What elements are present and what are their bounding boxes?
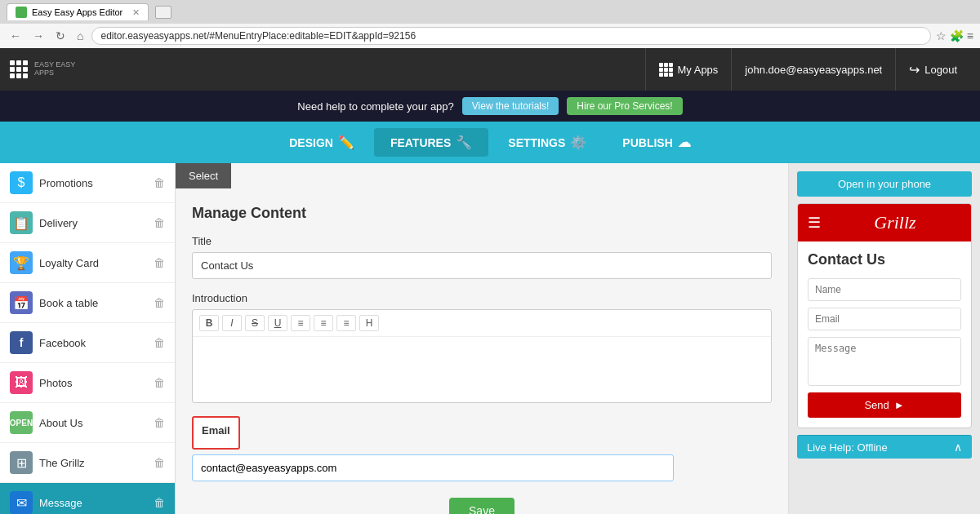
manage-content-title: Manage Content xyxy=(192,205,772,222)
sidebar-label-loyalty: Loyalty Card xyxy=(39,257,147,269)
sidebar-item-delivery[interactable]: 📋 Delivery 🗑 xyxy=(0,203,175,243)
browser-addressbar: ← → ↻ ⌂ editor.easyeasyapps.net/#MenuEnt… xyxy=(0,24,980,48)
intro-group: Introduction B I S U ≡ ≡ ≡ H xyxy=(192,292,772,403)
browser-titlebar: Easy Easy Apps Editor ✕ xyxy=(0,0,980,24)
forward-btn[interactable]: → xyxy=(29,28,47,44)
delete-grillz-icon[interactable]: 🗑 xyxy=(154,456,165,469)
address-input[interactable]: editor.easyeasyapps.net/#MenuEntryPlace:… xyxy=(91,27,930,45)
bookmark-icon[interactable]: ☆ xyxy=(936,29,947,42)
features-icon xyxy=(456,135,472,150)
logout-icon: ↪ xyxy=(909,62,920,78)
delete-book-icon[interactable]: 🗑 xyxy=(154,296,165,309)
logout-label: Logout xyxy=(924,64,957,76)
rich-editor: B I S U ≡ ≡ ≡ H xyxy=(192,309,772,403)
title-group: Title xyxy=(192,235,772,279)
sidebar-item-loyalty[interactable]: 🏆 Loyalty Card 🗑 xyxy=(0,243,175,283)
intro-label: Introduction xyxy=(192,292,772,304)
live-help-bar[interactable]: Live Help: Offline ∧ xyxy=(797,435,972,459)
heading-btn[interactable]: H xyxy=(359,315,379,331)
features-label: FEATURES xyxy=(390,136,451,149)
strikethrough-btn[interactable]: S xyxy=(245,315,265,331)
tab-favicon xyxy=(16,7,27,18)
delete-photos-icon[interactable]: 🗑 xyxy=(154,376,165,389)
phone-menu-icon[interactable]: ☰ xyxy=(808,214,821,232)
new-tab-btn[interactable] xyxy=(155,6,172,19)
gear-icon xyxy=(570,135,586,150)
email-group: Email xyxy=(192,416,772,481)
sidebar-item-thegrillz[interactable]: ⊞ The Grillz 🗑 xyxy=(0,443,175,483)
grillz-icon: ⊞ xyxy=(10,451,33,474)
editor-toolbar: B I S U ≡ ≡ ≡ H xyxy=(193,310,771,337)
phone-message-input[interactable] xyxy=(808,337,961,386)
calendar-icon: 📅 xyxy=(10,291,33,314)
logout-nav[interactable]: ↪ Logout xyxy=(895,48,970,91)
sidebar-label-aboutus: About Us xyxy=(39,417,147,429)
phone-name-input[interactable] xyxy=(808,278,961,301)
browser-actions: ☆ 🧩 ≡ xyxy=(936,29,973,42)
tab-publish[interactable]: PUBLISH xyxy=(606,128,706,157)
logo-line2: APPS xyxy=(34,69,75,78)
design-label: DESIGN xyxy=(289,136,333,149)
menu-icon[interactable]: ≡ xyxy=(967,29,973,42)
ul-btn[interactable]: ≡ xyxy=(291,315,310,331)
promotions-icon: $ xyxy=(10,171,33,194)
banner-text: Need help to complete your app? xyxy=(297,100,454,113)
tutorials-button[interactable]: View the tutorials! xyxy=(462,97,559,115)
sidebar-item-facebook[interactable]: f Facebook 🗑 xyxy=(0,323,175,363)
delete-loyalty-icon[interactable]: 🗑 xyxy=(154,256,165,269)
phone-preview: Open in your phone ☰ Grillz Contact Us S… xyxy=(788,163,980,514)
user-email-nav[interactable]: john.doe@easyeasyapps.net xyxy=(731,48,895,91)
phone-contact-title: Contact Us xyxy=(808,251,961,268)
extensions-icon[interactable]: 🧩 xyxy=(950,29,964,42)
phone-email-input[interactable] xyxy=(808,308,961,330)
sidebar-item-book-table[interactable]: 📅 Book a table 🗑 xyxy=(0,283,175,323)
editor-content[interactable] xyxy=(193,337,771,402)
delete-delivery-icon[interactable]: 🗑 xyxy=(154,216,165,229)
browser-tab[interactable]: Easy Easy Apps Editor ✕ xyxy=(7,3,149,20)
tab-settings[interactable]: SETTINGS xyxy=(492,128,603,157)
delete-message-icon[interactable]: 🗑 xyxy=(154,496,165,509)
home-btn[interactable]: ⌂ xyxy=(74,28,87,44)
sidebar-item-photos[interactable]: 🖼 Photos 🗑 xyxy=(0,363,175,403)
logo-area: EASY EASY APPS xyxy=(10,60,645,78)
content-area: Select Manage Content Title Introduction… xyxy=(176,163,788,514)
email-label: Email xyxy=(202,424,230,436)
phone-send-button[interactable]: Send ► xyxy=(808,392,961,418)
bold-btn[interactable]: B xyxy=(199,315,219,331)
pro-services-button[interactable]: Hire our Pro Services! xyxy=(567,97,682,115)
sidebar-item-aboutus[interactable]: OPEN About Us 🗑 xyxy=(0,403,175,443)
loyalty-icon: 🏆 xyxy=(10,251,33,274)
open-in-phone-button[interactable]: Open in your phone xyxy=(797,171,972,197)
tab-features[interactable]: FEATURES xyxy=(374,128,488,157)
help-banner: Need help to complete your app? View the… xyxy=(0,91,980,122)
delete-promotions-icon[interactable]: 🗑 xyxy=(154,176,165,189)
sidebar: $ Promotions 🗑 📋 Delivery 🗑 🏆 Loyalty Ca… xyxy=(0,163,176,514)
back-btn[interactable]: ← xyxy=(7,28,24,44)
italic-btn[interactable]: I xyxy=(222,315,242,331)
send-icon: ► xyxy=(894,399,905,411)
sidebar-label-book-table: Book a table xyxy=(39,297,147,309)
select-bar[interactable]: Select xyxy=(176,163,231,188)
aboutus-icon: OPEN xyxy=(10,411,33,434)
save-button[interactable]: Save xyxy=(449,498,514,514)
my-apps-nav[interactable]: My Apps xyxy=(645,48,732,91)
underline-btn[interactable]: U xyxy=(268,315,287,331)
phone-body: Contact Us Send ► xyxy=(798,241,971,428)
ol-btn[interactable]: ≡ xyxy=(314,315,333,331)
title-input[interactable] xyxy=(192,252,772,279)
sidebar-item-message[interactable]: ✉ Message 🗑 xyxy=(0,483,175,514)
publish-label: PUBLISH xyxy=(622,136,672,149)
reload-btn[interactable]: ↻ xyxy=(52,28,69,44)
email-input[interactable] xyxy=(192,454,674,481)
tab-close-icon[interactable]: ✕ xyxy=(132,7,140,18)
align-btn[interactable]: ≡ xyxy=(336,315,356,331)
sidebar-label-message: Message xyxy=(39,497,147,509)
delete-facebook-icon[interactable]: 🗑 xyxy=(154,336,165,349)
sidebar-label-promotions: Promotions xyxy=(39,177,147,189)
sidebar-item-promotions[interactable]: $ Promotions 🗑 xyxy=(0,163,175,203)
sidebar-label-thegrillz: The Grillz xyxy=(39,457,147,469)
email-highlighted-box: Email xyxy=(192,416,240,450)
delete-aboutus-icon[interactable]: 🗑 xyxy=(154,416,165,429)
tab-design[interactable]: DESIGN xyxy=(273,128,371,157)
settings-label: SETTINGS xyxy=(508,136,565,149)
